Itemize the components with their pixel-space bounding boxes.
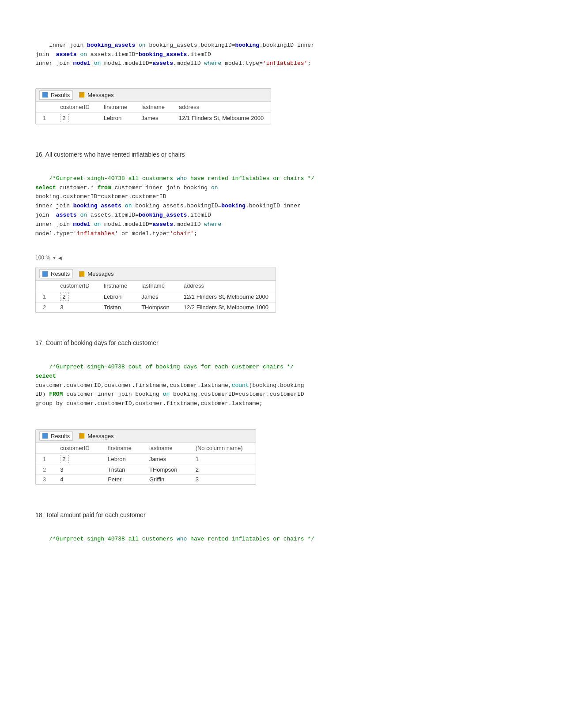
row-lastname: James xyxy=(134,112,172,124)
s17-row2-customerid: 3 xyxy=(53,465,101,474)
s17-col-firstname: firstname xyxy=(101,443,142,454)
s16-row2-lastname: THompson xyxy=(134,303,177,312)
s17-row1-count: 1 xyxy=(189,453,256,465)
top-messages-tab[interactable]: Messages xyxy=(76,91,116,99)
section-16: 16. All customers who have rented inflat… xyxy=(35,151,528,326)
s16-row1-lastname: James xyxy=(134,291,177,303)
top-col-firstname: firstname xyxy=(97,102,134,113)
s16-customerid-cell-1: 2 xyxy=(60,293,69,301)
section-16-code: /*Gurpreet singh-40738 all customers who… xyxy=(35,165,528,248)
section-17-code: /*Gurpreet singh-40738 cout of booking d… xyxy=(35,353,528,418)
table-row: 2 3 Tristan THompson 2 xyxy=(36,465,256,474)
section-17-header-row: customerID firstname lastname (No column… xyxy=(36,443,256,454)
section-17-results-label: Results xyxy=(51,433,70,439)
s17-col-noname: (No column name) xyxy=(189,443,256,454)
top-messages-icon xyxy=(79,92,84,98)
section-16-results-container: Results Messages customerID firstname la… xyxy=(35,267,276,313)
top-col-lastname: lastname xyxy=(134,102,172,113)
section-16-table: customerID firstname lastname address 1 … xyxy=(36,281,276,312)
zoom-left-icon: ◀ xyxy=(58,255,62,260)
s16-row1-customerid: 2 xyxy=(53,291,96,303)
top-col-num xyxy=(36,102,53,113)
s16-row1-firstname: Lebron xyxy=(97,291,134,303)
s16-col-num xyxy=(36,281,53,291)
section-18-heading: 18. Total amount paid for each customer xyxy=(35,511,528,518)
top-table-header-row: customerID firstname lastname address xyxy=(36,102,271,113)
section-16-results-toolbar: Results Messages xyxy=(36,267,276,281)
s16-col-lastname: lastname xyxy=(134,281,177,291)
s17-row2-num: 2 xyxy=(36,465,53,474)
section-17-results-container: Results Messages customerID firstname la… xyxy=(35,429,256,485)
top-results-container: Results Messages customerID firstname la… xyxy=(35,88,271,124)
table-row: 1 2 Lebron James 12/1 Flinders St, Melbo… xyxy=(36,291,276,303)
section-16-header-row: customerID firstname lastname address xyxy=(36,281,276,291)
top-col-customerid: customerID xyxy=(53,102,96,113)
section-16-messages-label: Messages xyxy=(87,270,113,277)
s16-col-customerid: customerID xyxy=(53,281,96,291)
s17-row3-customerid: 4 xyxy=(53,474,101,484)
row-firstname: Lebron xyxy=(97,112,134,124)
top-results-table: customerID firstname lastname address 1 … xyxy=(36,102,271,124)
section-17-messages-icon xyxy=(79,433,84,439)
s17-row1-customerid: 2 xyxy=(53,453,101,465)
top-results-tab[interactable]: Results xyxy=(39,90,73,100)
top-code-section: inner join booking_assets on booking_ass… xyxy=(35,32,528,138)
section-16-messages-icon xyxy=(79,271,84,277)
s16-row2-customerid: 3 xyxy=(53,303,96,312)
row-customerid: 2 xyxy=(53,112,96,124)
zoom-bar-16: 100 % ▼ ◀ xyxy=(35,255,528,261)
s16-row2-num: 2 xyxy=(36,303,53,312)
s16-row1-address: 12/1 Flinders St, Melbourne 2000 xyxy=(177,291,276,303)
zoom-dropdown-icon[interactable]: ▼ xyxy=(52,255,57,260)
results-grid-icon-16 xyxy=(42,271,48,277)
table-row: 3 4 Peter Griffin 3 xyxy=(36,474,256,484)
section-17-results-tab[interactable]: Results xyxy=(39,432,73,441)
s17-row1-num: 1 xyxy=(36,453,53,465)
section-17-results-toolbar: Results Messages xyxy=(36,430,256,443)
section-17-messages-label: Messages xyxy=(87,433,113,439)
table-row: 1 2 Lebron James 1 xyxy=(36,453,256,465)
s17-row2-lastname: THompson xyxy=(142,465,189,474)
top-code-block: inner join booking_assets on booking_ass… xyxy=(35,32,528,78)
section-16-messages-tab[interactable]: Messages xyxy=(76,270,116,278)
s17-row3-count: 3 xyxy=(189,474,256,484)
s17-row3-num: 3 xyxy=(36,474,53,484)
customerid-cell: 2 xyxy=(60,114,69,122)
section-18-code: /*Gurpreet singh-40738 all customers who… xyxy=(35,525,528,553)
section-16-heading: 16. All customers who have rented inflat… xyxy=(35,151,528,158)
results-grid-icon-17 xyxy=(42,433,48,439)
table-row: 1 2 Lebron James 12/1 Flinders St, Melbo… xyxy=(36,112,271,124)
section-17: 17. Count of booking days for each custo… xyxy=(35,339,528,498)
top-results-label: Results xyxy=(51,92,70,98)
s17-row3-lastname: Griffin xyxy=(142,474,189,484)
section-17-messages-tab[interactable]: Messages xyxy=(76,432,116,440)
s17-row2-count: 2 xyxy=(189,465,256,474)
s17-customerid-cell-1: 2 xyxy=(60,455,69,463)
s16-col-address: address xyxy=(177,281,276,291)
s16-row1-num: 1 xyxy=(36,291,53,303)
s16-row2-address: 12/2 Flinders St, Melbourne 1000 xyxy=(177,303,276,312)
top-messages-label: Messages xyxy=(87,92,113,98)
s17-col-lastname: lastname xyxy=(142,443,189,454)
table-row: 2 3 Tristan THompson 12/2 Flinders St, M… xyxy=(36,303,276,312)
s17-col-num xyxy=(36,443,53,454)
section-17-heading: 17. Count of booking days for each custo… xyxy=(35,339,528,346)
s16-row2-firstname: Tristan xyxy=(97,303,134,312)
zoom-value-16: 100 % xyxy=(35,255,50,261)
s16-col-firstname: firstname xyxy=(97,281,134,291)
section-16-results-tab[interactable]: Results xyxy=(39,269,73,278)
s17-row1-firstname: Lebron xyxy=(101,453,142,465)
section-17-table: customerID firstname lastname (No column… xyxy=(36,443,256,484)
s17-row3-firstname: Peter xyxy=(101,474,142,484)
s17-row2-firstname: Tristan xyxy=(101,465,142,474)
row-address: 12/1 Flinders St, Melbourne 2000 xyxy=(172,112,271,124)
s17-col-customerid: customerID xyxy=(53,443,101,454)
section-18: 18. Total amount paid for each customer … xyxy=(35,511,528,553)
s17-row1-lastname: James xyxy=(142,453,189,465)
top-col-address: address xyxy=(172,102,271,113)
section-16-results-label: Results xyxy=(51,270,70,277)
top-results-toolbar: Results Messages xyxy=(36,89,271,102)
row-num: 1 xyxy=(36,112,53,124)
results-grid-icon xyxy=(42,92,48,98)
